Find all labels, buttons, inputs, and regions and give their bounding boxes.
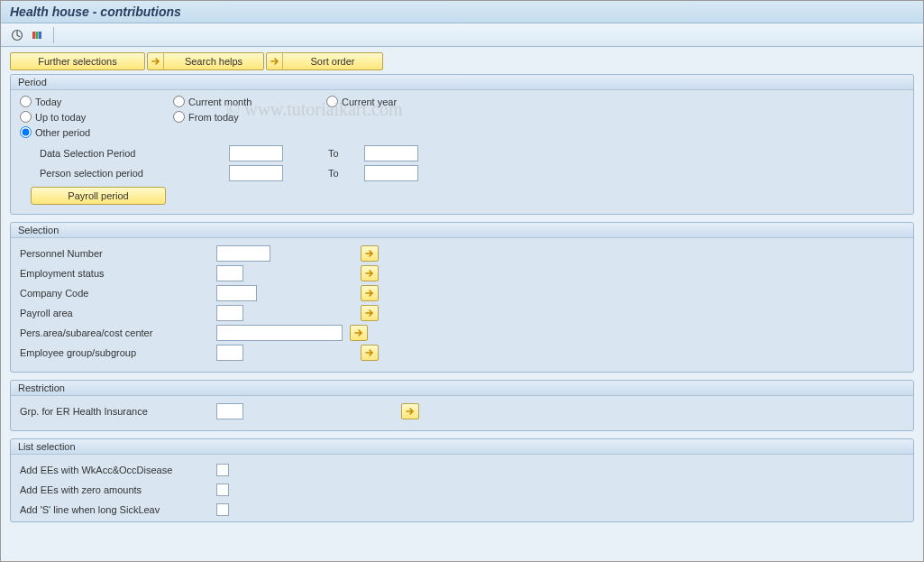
button-row: Further selections Search helps Sort ord…: [10, 52, 914, 70]
add-ees-wkacc-label: Add EEs with WkAcc&OccDisease: [20, 465, 216, 475]
pers-area-label: Pers.area/subarea/cost center: [20, 327, 216, 338]
add-s-line-checkbox[interactable]: [216, 503, 229, 516]
employee-group-input[interactable]: [216, 345, 243, 361]
payroll-area-input[interactable]: [216, 305, 243, 321]
payroll-period-button[interactable]: Payroll period: [31, 187, 166, 205]
multiple-selection-button[interactable]: [361, 305, 379, 321]
radio-today[interactable]: Today: [20, 96, 173, 107]
grp-er-health-label: Grp. for ER Health Insurance: [20, 406, 216, 417]
svg-rect-1: [32, 32, 35, 39]
selection-group: Selection Personnel Number Employment st…: [10, 222, 914, 373]
employment-status-input[interactable]: [216, 265, 243, 281]
svg-rect-3: [39, 32, 41, 39]
person-selection-period-label: Person selection period: [40, 168, 229, 179]
list-selection-group: List selection Add EEs with WkAcc&OccDis…: [10, 438, 914, 522]
restriction-group: Restriction Grp. for ER Health Insurance: [10, 380, 914, 431]
search-helps-button[interactable]: Search helps: [147, 52, 264, 70]
sort-order-button[interactable]: Sort order: [266, 52, 383, 70]
pers-area-input[interactable]: [216, 325, 343, 341]
to-label: To: [328, 148, 364, 159]
company-code-label: Company Code: [20, 288, 216, 299]
to-label: To: [328, 168, 364, 179]
person-selection-to-input[interactable]: [364, 165, 418, 181]
radio-other-period[interactable]: Other period: [20, 126, 173, 138]
personnel-number-label: Personnel Number: [20, 248, 216, 259]
personnel-number-input[interactable]: [216, 245, 270, 262]
data-selection-to-input[interactable]: [364, 145, 418, 161]
radio-from-today[interactable]: From today: [173, 111, 326, 123]
arrow-right-icon: [148, 53, 164, 69]
radio-up-to-today[interactable]: Up to today: [20, 111, 173, 123]
button-label: Search helps: [164, 56, 263, 67]
further-selections-button[interactable]: Further selections: [10, 52, 145, 70]
svg-rect-2: [36, 32, 39, 39]
button-label: Further selections: [38, 56, 116, 67]
button-label: Payroll period: [68, 190, 128, 201]
variant-icon[interactable]: [30, 28, 44, 42]
add-ees-wkacc-checkbox[interactable]: [216, 464, 229, 476]
multiple-selection-button[interactable]: [350, 325, 368, 341]
page-title: Health house - contributions: [1, 1, 923, 23]
multiple-selection-button[interactable]: [361, 265, 379, 281]
period-group: Period Today Current month Current year …: [10, 74, 914, 215]
arrow-right-icon: [267, 53, 283, 69]
grp-er-health-input[interactable]: [216, 403, 243, 419]
add-ees-zero-label: Add EEs with zero amounts: [20, 484, 216, 495]
execute-icon[interactable]: [10, 28, 24, 42]
person-selection-from-input[interactable]: [229, 165, 283, 181]
employment-status-label: Employment status: [20, 268, 216, 279]
company-code-input[interactable]: [216, 285, 257, 301]
payroll-area-label: Payroll area: [20, 308, 216, 318]
radio-current-year[interactable]: Current year: [326, 96, 480, 107]
group-title-list: List selection: [11, 439, 913, 455]
content-area: © www.tutorialkart.com Further selection…: [1, 47, 923, 560]
group-title-period: Period: [11, 75, 913, 90]
group-title-selection: Selection: [11, 223, 913, 238]
radio-current-month[interactable]: Current month: [173, 96, 326, 107]
add-ees-zero-checkbox[interactable]: [216, 484, 229, 496]
employee-group-label: Employee group/subgroup: [20, 347, 216, 358]
data-selection-period-label: Data Selection Period: [40, 148, 229, 159]
button-label: Sort order: [283, 56, 382, 67]
data-selection-from-input[interactable]: [229, 145, 283, 161]
group-title-restriction: Restriction: [11, 381, 913, 396]
multiple-selection-button[interactable]: [361, 245, 379, 262]
multiple-selection-button[interactable]: [401, 403, 419, 419]
multiple-selection-button[interactable]: [361, 285, 379, 301]
toolbar-divider: [53, 27, 54, 43]
add-s-line-label: Add 'S' line when long SickLeav: [20, 504, 216, 515]
multiple-selection-button[interactable]: [361, 345, 379, 361]
app-toolbar: [1, 23, 923, 47]
